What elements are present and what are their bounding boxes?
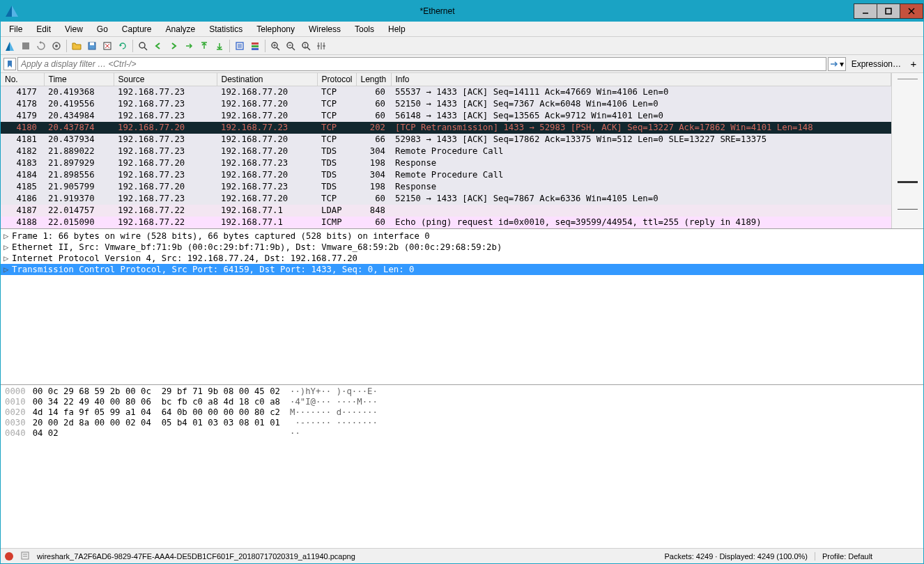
- app-icon: [3, 3, 20, 19]
- packet-row[interactable]: 418722.014757192.168.77.22192.168.77.1LD…: [1, 205, 891, 217]
- menu-help[interactable]: Help: [383, 23, 411, 36]
- details-tree-row[interactable]: ▷Transmission Control Protocol, Src Port…: [1, 264, 923, 275]
- packet-row[interactable]: 418621.919370192.168.77.23192.168.77.20T…: [1, 193, 891, 205]
- packet-details-pane[interactable]: ▷Frame 1: 66 bytes on wire (528 bits), 6…: [1, 229, 923, 385]
- titlebar: *Ethernet: [1, 1, 923, 22]
- resize-columns-icon[interactable]: [314, 39, 328, 53]
- reload-icon[interactable]: [116, 39, 130, 53]
- menu-view[interactable]: View: [59, 23, 88, 36]
- close-button[interactable]: [900, 3, 923, 19]
- goto-packet-icon[interactable]: [182, 39, 196, 53]
- svg-rect-4: [22, 42, 29, 49]
- svg-rect-20: [252, 42, 259, 45]
- packet-row[interactable]: 418020.437874192.168.77.20192.168.77.23T…: [1, 122, 891, 134]
- statusbar: wireshark_7A2F6AD6-9829-47FE-AAA4-DE5DB1…: [1, 548, 923, 563]
- maximize-button[interactable]: [877, 3, 900, 19]
- menu-file[interactable]: File: [3, 23, 28, 36]
- expression-button[interactable]: Expression…: [847, 57, 905, 71]
- column-header[interactable]: No.: [1, 73, 44, 86]
- hex-row[interactable]: 001000 34 22 49 40 00 80 06 bc fb c0 a8 …: [5, 397, 919, 407]
- svg-text:1: 1: [304, 43, 307, 48]
- restart-capture-icon[interactable]: [34, 39, 48, 53]
- svg-line-13: [144, 47, 147, 50]
- packet-row[interactable]: 417820.419556192.168.77.23192.168.77.20T…: [1, 98, 891, 110]
- details-tree-row[interactable]: ▷Internet Protocol Version 4, Src: 192.1…: [1, 253, 923, 264]
- packet-bytes-pane[interactable]: 000000 0c 29 68 59 2b 00 0c 29 bf 71 9b …: [1, 385, 923, 549]
- column-header[interactable]: Time: [44, 73, 114, 86]
- column-header[interactable]: Destination: [217, 73, 317, 86]
- zoom-reset-icon[interactable]: 1: [299, 39, 313, 53]
- menu-edit[interactable]: Edit: [31, 23, 56, 36]
- column-header[interactable]: Source: [114, 73, 217, 86]
- svg-rect-36: [22, 552, 29, 559]
- svg-rect-22: [252, 48, 259, 50]
- packet-row[interactable]: 418321.897929192.168.77.20192.168.77.23T…: [1, 157, 891, 169]
- svg-point-6: [55, 45, 58, 47]
- goto-first-icon[interactable]: [197, 39, 211, 53]
- packet-overview-scrollbar[interactable]: [891, 73, 923, 228]
- window-title: *Ethernet: [20, 6, 854, 16]
- menu-capture[interactable]: Capture: [116, 23, 157, 36]
- save-file-icon[interactable]: [85, 39, 99, 53]
- add-filter-button[interactable]: +: [907, 57, 921, 71]
- hex-row[interactable]: 00204d 14 fa 9f 05 99 a1 04 64 0b 00 00 …: [5, 407, 919, 418]
- menu-analyze[interactable]: Analyze: [160, 23, 201, 36]
- packet-row[interactable]: 418221.889022192.168.77.23192.168.77.20T…: [1, 146, 891, 157]
- expert-info-icon[interactable]: [5, 552, 13, 561]
- colorize-icon[interactable]: [248, 39, 262, 53]
- status-profile[interactable]: Profile: Default: [815, 552, 919, 561]
- packet-row[interactable]: 417720.419368192.168.77.23192.168.77.20T…: [1, 86, 891, 98]
- filter-apply-button[interactable]: ▾: [828, 57, 846, 71]
- go-forward-icon[interactable]: [167, 39, 180, 53]
- svg-rect-1: [886, 8, 891, 14]
- go-back-icon[interactable]: [151, 39, 165, 53]
- packet-row[interactable]: 418120.437934192.168.77.23192.168.77.20T…: [1, 134, 891, 146]
- column-header[interactable]: Length: [356, 73, 391, 86]
- filter-bar: ▾ Expression… +: [1, 55, 923, 73]
- zoom-in-icon[interactable]: [268, 39, 282, 53]
- autoscroll-icon[interactable]: [233, 39, 247, 53]
- find-packet-icon[interactable]: [136, 39, 150, 53]
- close-file-icon[interactable]: [100, 39, 114, 53]
- stop-capture-icon[interactable]: [19, 39, 33, 53]
- menu-statistics[interactable]: Statistics: [203, 23, 248, 36]
- menu-go[interactable]: Go: [91, 23, 114, 36]
- packet-row[interactable]: 418822.015090192.168.77.22192.168.77.1IC…: [1, 217, 891, 228]
- packet-row[interactable]: 417920.434984192.168.77.23192.168.77.20T…: [1, 110, 891, 122]
- packet-list[interactable]: No.TimeSourceDestinationProtocolLengthIn…: [1, 73, 891, 228]
- menubar: FileEditViewGoCaptureAnalyzeStatisticsTe…: [1, 22, 923, 37]
- status-packet-count: Packets: 4249 · Displayed: 4249 (100.0%): [665, 552, 808, 561]
- packet-row[interactable]: 418421.898556192.168.77.23192.168.77.20T…: [1, 169, 891, 181]
- hex-row[interactable]: 004004 02 ··: [5, 428, 919, 439]
- menu-telephony[interactable]: Telephony: [251, 23, 300, 36]
- svg-rect-21: [252, 45, 259, 47]
- hex-row[interactable]: 003020 00 2d 8a 00 00 02 04 05 b4 01 03 …: [5, 418, 919, 428]
- svg-rect-8: [90, 42, 94, 45]
- svg-line-26: [277, 47, 279, 50]
- status-file-path: wireshark_7A2F6AD6-9829-47FE-AAA4-DE5DB1…: [37, 552, 658, 561]
- menu-tools[interactable]: Tools: [349, 23, 380, 36]
- packet-row[interactable]: 418521.905799192.168.77.20192.168.77.23T…: [1, 181, 891, 193]
- display-filter-input[interactable]: [17, 57, 826, 71]
- goto-last-icon[interactable]: [213, 39, 226, 53]
- svg-line-29: [292, 47, 295, 50]
- menu-wireless[interactable]: Wireless: [303, 23, 346, 36]
- hex-row[interactable]: 000000 0c 29 68 59 2b 00 0c 29 bf 71 9b …: [5, 386, 919, 397]
- capture-options-icon[interactable]: [49, 39, 63, 53]
- column-header[interactable]: Info: [391, 73, 891, 86]
- details-tree-row[interactable]: ▷Ethernet II, Src: Vmware_bf:71:9b (00:0…: [1, 242, 923, 253]
- minimize-button[interactable]: [854, 3, 877, 19]
- zoom-out-icon[interactable]: [284, 39, 298, 53]
- open-file-icon[interactable]: [70, 39, 84, 53]
- bookmark-filter-icon[interactable]: [3, 58, 16, 70]
- start-capture-icon[interactable]: [3, 39, 17, 53]
- svg-line-32: [307, 47, 310, 50]
- capture-file-properties-icon[interactable]: [20, 551, 30, 562]
- column-header[interactable]: Protocol: [317, 73, 356, 86]
- details-tree-row[interactable]: ▷Frame 1: 66 bytes on wire (528 bits), 6…: [1, 230, 923, 242]
- toolbar: 1: [1, 37, 923, 55]
- svg-point-12: [139, 42, 145, 48]
